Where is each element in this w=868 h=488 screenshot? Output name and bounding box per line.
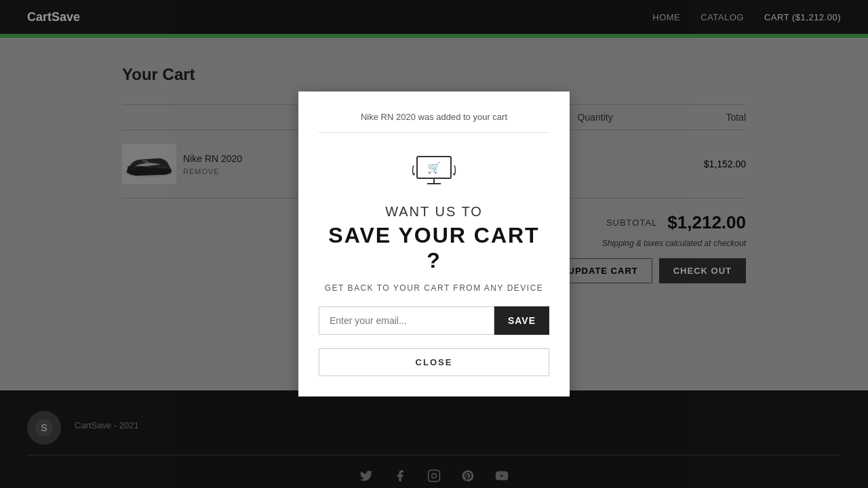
modal-want-text: WANT US TO <box>319 204 549 220</box>
modal-form: SAVE <box>319 306 549 335</box>
modal-notification: Nike RN 2020 was added to your cart <box>319 112 549 133</box>
svg-text:🛒: 🛒 <box>427 161 441 174</box>
email-input[interactable] <box>319 306 494 335</box>
save-email-button[interactable]: SAVE <box>494 306 549 335</box>
close-modal-button[interactable]: CLOSE <box>319 348 549 376</box>
modal-save-text: SAVE YOUR CART ? <box>319 223 549 273</box>
modal: Nike RN 2020 was added to your cart 🛒 WA… <box>298 92 570 396</box>
modal-overlay[interactable]: Nike RN 2020 was added to your cart 🛒 WA… <box>0 0 868 488</box>
modal-icon: 🛒 <box>410 146 458 194</box>
modal-sub-text: GET BACK TO YOUR CART FROM ANY DEVICE <box>319 283 549 293</box>
